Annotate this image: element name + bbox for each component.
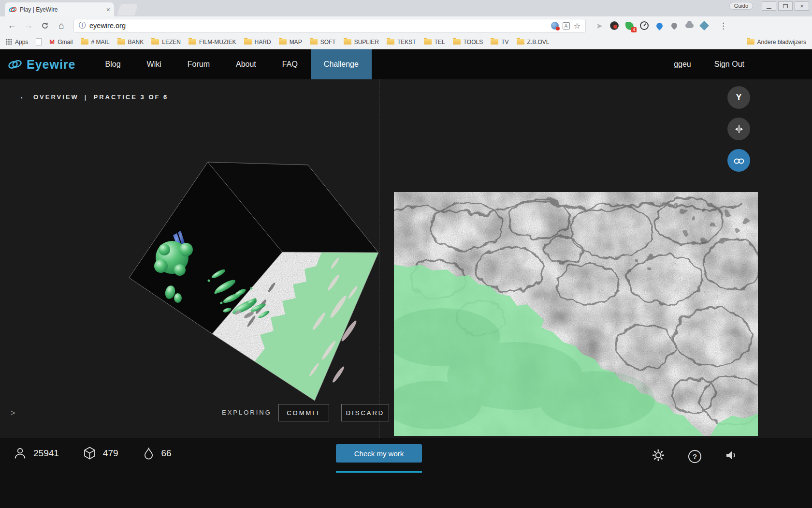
profile-avatar-button[interactable]: Y: [727, 86, 750, 109]
profile-chip[interactable]: Guido: [729, 2, 753, 10]
discard-button[interactable]: DISCARD: [341, 404, 389, 421]
viewer-controls: EXPLORING COMMIT DISCARD: [0, 404, 392, 422]
folder-icon: [279, 39, 287, 45]
bookmark-folder[interactable]: SUPLIER: [344, 39, 379, 45]
back-overview-icon[interactable]: ←: [19, 92, 28, 102]
folder-icon: [81, 39, 88, 45]
flame-icon: [143, 447, 155, 460]
box-extension-icon[interactable]: [699, 21, 709, 30]
share-extension-icon[interactable]: ➤: [594, 21, 604, 30]
new-tab-button[interactable]: [117, 4, 138, 15]
folder-icon: [453, 39, 461, 45]
nav-item-wiki[interactable]: Wiki: [134, 49, 174, 79]
gauge-extension-icon[interactable]: [639, 21, 649, 30]
nav-item-blog[interactable]: Blog: [92, 49, 134, 79]
sound-button[interactable]: [725, 449, 737, 463]
breadcrumb-practice: PRACTICE 3 OF 6: [93, 93, 168, 101]
browser-tab[interactable]: Play | EyeWire ×: [5, 2, 114, 16]
leaf-extension-icon[interactable]: 4: [624, 21, 634, 30]
nav-items: Blog Wiki Forum About FAQ Challenge: [92, 49, 372, 79]
translate-icon[interactable]: A: [563, 22, 570, 30]
folder-icon: [151, 39, 159, 45]
player-stats: 25941 479 66: [14, 447, 189, 460]
folder-icon: [517, 39, 524, 45]
maximize-button[interactable]: [778, 1, 793, 11]
help-button[interactable]: ?: [688, 450, 701, 463]
url-field[interactable]: ⓘ eyewire.org A ☆: [73, 19, 586, 33]
cubes-value: 479: [103, 448, 118, 459]
screen: Play | EyeWire × Guido × ← → ⌂ ⓘ eyewire…: [0, 0, 812, 508]
sign-out-link[interactable]: Sign Out: [714, 60, 744, 69]
folder-icon: [188, 39, 196, 45]
page-icon: [36, 38, 42, 45]
floating-buttons: Y: [727, 86, 750, 172]
panel-3d[interactable]: ← OVERVIEW | PRACTICE 3 OF 6 EXPLORING C…: [0, 79, 379, 438]
bookmark-folder[interactable]: Z.B.OVL: [517, 39, 550, 45]
username-link[interactable]: ggeu: [674, 60, 691, 69]
flames-value: 66: [161, 448, 172, 459]
logo-text: Eyewire: [27, 58, 76, 72]
check-my-work-button[interactable]: Check my work: [336, 444, 422, 463]
gear-icon: [652, 448, 665, 462]
folder-icon: [117, 39, 125, 45]
eyewire-logo[interactable]: Eyewire: [0, 58, 76, 72]
settings-button[interactable]: [652, 448, 665, 464]
bookmark-folder[interactable]: FILM-MUZIEK: [188, 39, 236, 45]
back-icon[interactable]: ←: [5, 18, 19, 33]
bookmark-star-icon[interactable]: ☆: [574, 21, 580, 30]
recenter-icon: [733, 123, 745, 135]
bookmark-folder[interactable]: LEZEN: [151, 39, 181, 45]
nav-right: ggeu Sign Out: [674, 60, 744, 69]
target-extension-icon[interactable]: [609, 21, 619, 30]
window-controls: ×: [762, 1, 809, 11]
pin-extension-icon[interactable]: [669, 21, 679, 30]
folder-icon: [310, 39, 318, 45]
cube-icon: [83, 447, 96, 460]
folder-icon: [747, 39, 754, 45]
bookmark-folder[interactable]: TEL: [424, 39, 445, 45]
drop-extension-icon[interactable]: [654, 21, 664, 30]
nav-item-challenge[interactable]: Challenge: [311, 49, 372, 79]
home-icon[interactable]: ⌂: [54, 18, 69, 33]
page-bookmark[interactable]: [36, 38, 42, 45]
bookmark-folder[interactable]: MAP: [279, 39, 302, 45]
bottom-bar: 25941 479 66 Check my work: [0, 438, 812, 508]
panel-2d-em[interactable]: [394, 192, 758, 436]
breadcrumb-overview[interactable]: OVERVIEW: [33, 93, 79, 101]
bookmark-folder[interactable]: BANK: [117, 39, 144, 45]
points-value: 25941: [33, 448, 59, 459]
bookmark-folder[interactable]: HARD: [244, 39, 271, 45]
site-info-icon[interactable]: ⓘ: [79, 21, 86, 30]
extensions-row: ➤ 4 ⋮: [594, 21, 727, 31]
expand-handle[interactable]: >: [11, 409, 15, 418]
blocked-content-icon[interactable]: [551, 22, 559, 30]
apps-shortcut[interactable]: Apps: [6, 39, 28, 45]
tab-close-icon[interactable]: ×: [106, 6, 110, 14]
tab-title: Play | EyeWire: [20, 6, 103, 13]
forward-icon[interactable]: →: [21, 18, 36, 33]
nav-item-faq[interactable]: FAQ: [269, 49, 311, 79]
bookmark-folder[interactable]: TEKST: [387, 39, 416, 45]
recenter-button[interactable]: [727, 118, 750, 140]
nav-item-about[interactable]: About: [223, 49, 269, 79]
inspect-toggle-button[interactable]: [727, 149, 750, 172]
browser-menu-icon[interactable]: ⋮: [719, 21, 727, 31]
folder-icon: [244, 39, 252, 45]
other-bookmarks[interactable]: Andere bladwijzers: [747, 39, 806, 45]
cube-3d-view[interactable]: [0, 79, 379, 438]
apps-label: Apps: [15, 39, 28, 45]
bookmark-folder[interactable]: # MAIL: [81, 39, 110, 45]
bookmark-folder[interactable]: TOOLS: [453, 39, 483, 45]
close-button[interactable]: ×: [795, 1, 809, 11]
cloud-extension-icon[interactable]: [684, 21, 694, 30]
bookmark-folder[interactable]: SOFT: [310, 39, 336, 45]
em-slice-view[interactable]: [394, 192, 758, 436]
extension-badge: 4: [631, 27, 637, 32]
bookmark-folder[interactable]: TV: [491, 39, 508, 45]
commit-button[interactable]: COMMIT: [278, 404, 329, 421]
minimize-button[interactable]: [762, 1, 776, 11]
reload-icon[interactable]: [38, 18, 52, 33]
player-icon: [14, 447, 27, 460]
nav-item-forum[interactable]: Forum: [174, 49, 223, 79]
bookmark-gmail[interactable]: M Gmail: [49, 38, 72, 45]
